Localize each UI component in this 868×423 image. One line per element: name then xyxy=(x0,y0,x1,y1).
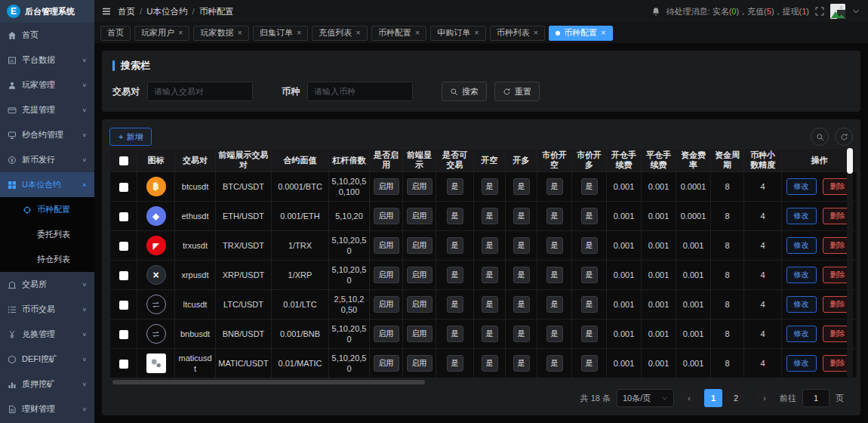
front-display-toggle[interactable]: 启用 xyxy=(407,326,432,342)
row-checkbox[interactable] xyxy=(119,183,128,192)
open-long-toggle[interactable]: 是 xyxy=(513,267,530,283)
row-checkbox[interactable] xyxy=(119,330,128,339)
tradable-toggle[interactable]: 是 xyxy=(447,237,463,254)
tab-首页[interactable]: 首页 xyxy=(100,26,131,41)
open-short-toggle[interactable]: 是 xyxy=(482,296,498,313)
sidebar-item-持仓列表[interactable]: 持仓列表 xyxy=(0,247,94,272)
sidebar-item-委托列表[interactable]: 委托列表 xyxy=(0,222,94,247)
horizontal-scrollbar-thumb[interactable] xyxy=(112,380,425,384)
add-button[interactable]: + 新增 xyxy=(109,128,152,146)
sidebar-item-玩家管理[interactable]: 玩家管理∨ xyxy=(0,73,94,97)
edit-button[interactable]: 修改 xyxy=(786,178,817,195)
market-open-long-toggle[interactable]: 是 xyxy=(581,208,598,224)
close-icon[interactable]: × xyxy=(237,29,242,37)
bell-icon[interactable] xyxy=(651,7,660,16)
row-checkbox[interactable] xyxy=(119,360,128,369)
row-checkbox[interactable] xyxy=(119,212,128,221)
enabled-toggle[interactable]: 启用 xyxy=(374,178,399,195)
sidebar-item-币种配置[interactable]: 币种配置 xyxy=(0,197,94,222)
page-size-select[interactable]: 10条/页 xyxy=(617,389,674,407)
edit-button[interactable]: 修改 xyxy=(786,355,817,372)
tradable-toggle[interactable]: 是 xyxy=(447,326,463,342)
market-open-short-toggle[interactable]: 是 xyxy=(546,267,563,283)
open-long-toggle[interactable]: 是 xyxy=(513,178,530,195)
breadcrumb-item[interactable]: 币种配置 xyxy=(199,6,234,17)
open-long-toggle[interactable]: 是 xyxy=(513,326,530,342)
reset-button[interactable]: 重置 xyxy=(494,82,540,101)
table-search-toggle-button[interactable] xyxy=(811,128,829,146)
edit-button[interactable]: 修改 xyxy=(786,267,817,283)
close-icon[interactable]: × xyxy=(297,29,301,37)
enabled-toggle[interactable]: 启用 xyxy=(374,296,399,313)
sidebar-item-U本位合约[interactable]: U本位合约∧ xyxy=(0,172,94,197)
open-short-toggle[interactable]: 是 xyxy=(482,355,498,372)
open-short-toggle[interactable]: 是 xyxy=(482,326,498,342)
table-refresh-button[interactable] xyxy=(835,128,853,146)
tab-玩家用户[interactable]: 玩家用户× xyxy=(134,26,189,41)
tradable-toggle[interactable]: 是 xyxy=(447,267,463,283)
vertical-scrollbar-thumb[interactable] xyxy=(847,148,853,174)
row-checkbox[interactable] xyxy=(119,301,128,310)
row-checkbox[interactable] xyxy=(119,271,128,280)
avatar[interactable] xyxy=(830,4,845,19)
sidebar-item-理财管理[interactable]: 理财管理∨ xyxy=(0,397,94,421)
open-long-toggle[interactable]: 是 xyxy=(513,355,530,372)
enabled-toggle[interactable]: 启用 xyxy=(374,326,399,342)
tab-归集订单[interactable]: 归集订单× xyxy=(253,26,308,41)
close-icon[interactable]: × xyxy=(356,29,360,37)
edit-button[interactable]: 修改 xyxy=(786,237,817,254)
open-long-toggle[interactable]: 是 xyxy=(513,296,530,313)
front-display-toggle[interactable]: 启用 xyxy=(407,267,432,283)
market-open-short-toggle[interactable]: 是 xyxy=(546,237,563,254)
page-1-button[interactable]: 1 xyxy=(704,389,722,407)
tradable-toggle[interactable]: 是 xyxy=(447,296,463,313)
open-long-toggle[interactable]: 是 xyxy=(513,208,530,224)
front-display-toggle[interactable]: 启用 xyxy=(407,237,432,254)
select-all-checkbox[interactable] xyxy=(119,156,128,165)
enabled-toggle[interactable]: 启用 xyxy=(374,237,399,254)
enabled-toggle[interactable]: 启用 xyxy=(374,355,399,372)
tab-玩家数据[interactable]: 玩家数据× xyxy=(193,26,248,41)
sidebar-item-兑换管理[interactable]: 兑换管理∨ xyxy=(0,322,94,347)
enabled-toggle[interactable]: 启用 xyxy=(374,208,399,224)
tradable-toggle[interactable]: 是 xyxy=(447,208,463,224)
edit-button[interactable]: 修改 xyxy=(786,208,817,224)
fullscreen-icon[interactable] xyxy=(815,7,824,16)
tradable-toggle[interactable]: 是 xyxy=(447,355,463,372)
close-icon[interactable]: × xyxy=(474,29,479,37)
search-button[interactable]: 搜索 xyxy=(442,82,487,101)
tab-充值列表[interactable]: 充值列表× xyxy=(312,26,367,41)
front-display-toggle[interactable]: 启用 xyxy=(407,296,432,313)
front-display-toggle[interactable]: 启用 xyxy=(407,178,432,195)
breadcrumb-item[interactable]: U本位合约 xyxy=(146,6,187,17)
open-short-toggle[interactable]: 是 xyxy=(482,178,498,195)
coin-input[interactable] xyxy=(307,82,413,101)
open-short-toggle[interactable]: 是 xyxy=(482,208,498,224)
page-2-button[interactable]: 2 xyxy=(727,389,745,407)
open-short-toggle[interactable]: 是 xyxy=(482,267,498,283)
market-open-long-toggle[interactable]: 是 xyxy=(581,237,598,254)
market-open-long-toggle[interactable]: 是 xyxy=(581,326,598,342)
tab-币种配置[interactable]: 币种配置× xyxy=(549,26,612,41)
front-display-toggle[interactable]: 启用 xyxy=(407,208,432,224)
market-open-short-toggle[interactable]: 是 xyxy=(546,296,563,313)
row-checkbox[interactable] xyxy=(119,242,128,251)
front-display-toggle[interactable]: 启用 xyxy=(407,355,432,372)
open-long-toggle[interactable]: 是 xyxy=(513,237,530,254)
user-caret-icon[interactable] xyxy=(851,7,860,16)
market-open-long-toggle[interactable]: 是 xyxy=(581,178,598,195)
sidebar-item-质押挖矿[interactable]: 质押挖矿∨ xyxy=(0,372,94,397)
sidebar-item-币币交易[interactable]: 币币交易∨ xyxy=(0,297,94,322)
next-page-button[interactable]: › xyxy=(756,389,774,407)
tab-申购订单[interactable]: 申购订单× xyxy=(430,26,485,41)
close-icon[interactable]: × xyxy=(415,29,420,37)
enabled-toggle[interactable]: 启用 xyxy=(374,267,399,283)
sidebar-item-DEFI挖矿[interactable]: DEFI挖矿∨ xyxy=(0,347,94,372)
sidebar-item-新币发行[interactable]: 新币发行∨ xyxy=(0,147,94,172)
sidebar-item-首页[interactable]: 首页 xyxy=(0,23,94,48)
sidebar-item-充提管理[interactable]: 充提管理∨ xyxy=(0,97,94,122)
close-icon[interactable]: × xyxy=(178,29,183,37)
sidebar-item-秒合约管理[interactable]: 秒合约管理∨ xyxy=(0,122,94,147)
tradable-toggle[interactable]: 是 xyxy=(447,178,463,195)
sidebar-item-交易所[interactable]: 交易所∨ xyxy=(0,272,94,297)
